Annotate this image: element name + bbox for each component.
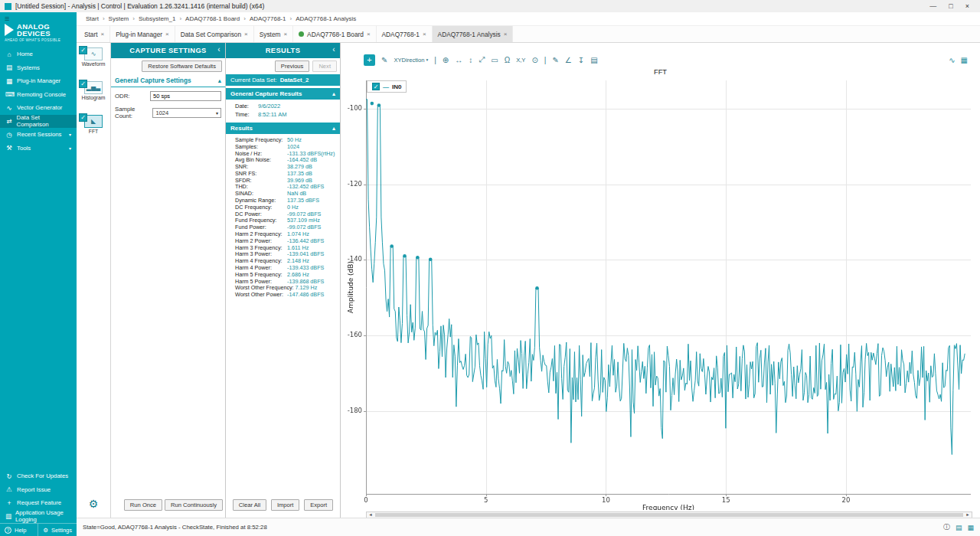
- run-once-button[interactable]: Run Once: [124, 499, 162, 511]
- tab[interactable]: Plug-in Manager ×: [110, 26, 175, 42]
- run-continuously-button[interactable]: Run Continuously: [165, 499, 223, 511]
- sidebar-item[interactable]: + Request Feature: [0, 496, 77, 510]
- sidebar-item[interactable]: ⚠ Report Issue: [0, 483, 77, 497]
- measure-icon: ∠: [565, 56, 572, 64]
- result-row: THD: -132.452 dBFS: [226, 184, 340, 191]
- tab[interactable]: Start ×: [79, 26, 110, 42]
- series-checkbox[interactable]: ✓: [372, 83, 380, 90]
- toolbar-item[interactable]: ⊕ ▾: [443, 56, 449, 64]
- adi-tagline: AHEAD OF WHAT'S POSSIBLE: [0, 38, 77, 47]
- breadcrumb-separator: ›: [241, 15, 248, 22]
- tab-close-icon[interactable]: ×: [165, 31, 169, 38]
- app-window: [Untitled Session] - Analysis | Control …: [0, 0, 980, 536]
- collapse-panel-icon[interactable]: ‹: [332, 45, 335, 54]
- help-button[interactable]: ? Help: [0, 524, 38, 536]
- restore-defaults-button[interactable]: Restore Software Defaults: [142, 60, 222, 72]
- settings-button[interactable]: ⚙ Settings: [38, 524, 77, 536]
- view-item[interactable]: ✓ ∿ Waveform: [77, 45, 110, 79]
- fft-plot[interactable]: [341, 74, 980, 510]
- breadcrumb-item[interactable]: Subsystem_1: [137, 15, 177, 22]
- collapse-section-icon[interactable]: ▴: [332, 90, 335, 97]
- toolbar-item[interactable]: ⤢ ▾: [479, 55, 485, 64]
- tab[interactable]: System ×: [254, 26, 293, 42]
- toolbar-item[interactable]: ∿: [949, 56, 955, 64]
- sidebar-item[interactable]: ↻ Check For Updates: [0, 469, 77, 483]
- scrollbar-thumb[interactable]: [375, 513, 963, 517]
- toolbar-item[interactable]: ▦: [961, 56, 968, 64]
- breadcrumb-item[interactable]: System: [107, 15, 131, 22]
- toolbar-item[interactable]: Ω ▾: [505, 56, 510, 64]
- sidebar-item[interactable]: ⇄ Data Set Comparison ▾: [0, 115, 77, 129]
- clear-all-button[interactable]: Clear All: [233, 499, 266, 511]
- sidebar-item[interactable]: ▦ Plug-in Manager ▾: [0, 74, 77, 88]
- breadcrumb-item[interactable]: ADAQ7768-1: [248, 15, 288, 22]
- result-row: DC Frequency: 0 Hz: [226, 204, 340, 211]
- sidebar-item[interactable]: ⌨ Remoting Console ▾: [0, 88, 77, 102]
- view-checkbox[interactable]: ✓: [79, 113, 87, 122]
- result-row: Harm 5 Power: -139.868 dBFS: [226, 278, 340, 285]
- info-icon[interactable]: ⓘ: [943, 522, 950, 532]
- window-mode-icon[interactable]: ▦: [967, 524, 974, 531]
- tab[interactable]: ADAQ7768-1 Analysis ×: [433, 26, 514, 42]
- toolbar-item[interactable]: ▤ ▾: [590, 56, 597, 64]
- sidebar-item[interactable]: ▤ Systems ▾: [0, 61, 77, 75]
- toolbar-item[interactable]: XYDirection ▾: [394, 57, 428, 64]
- tab-close-icon[interactable]: ×: [101, 31, 105, 38]
- layout-icon[interactable]: ▤: [956, 524, 962, 531]
- toolbar-item[interactable]: ↕ ▾: [469, 56, 472, 64]
- tab-close-icon[interactable]: ×: [367, 31, 371, 38]
- scroll-left-icon[interactable]: ◄: [367, 512, 374, 518]
- collapse-section-icon[interactable]: ▴: [218, 77, 221, 84]
- close-button[interactable]: ×: [965, 2, 969, 10]
- sidebar-item[interactable]: ⚒ Tools ▾: [0, 142, 77, 155]
- view-checkbox[interactable]: ✓: [79, 80, 87, 88]
- sidebar-item[interactable]: ⌂ Home ▾: [0, 47, 77, 61]
- tab[interactable]: Data Set Comparison ×: [175, 26, 254, 42]
- tab[interactable]: ADAQ7768-1 Board ×: [293, 26, 376, 42]
- odr-input[interactable]: [150, 91, 221, 101]
- tab-close-icon[interactable]: ×: [423, 31, 426, 38]
- current-data-set-band: Current Data Set: DataSet_2: [226, 74, 340, 86]
- toolbar-item[interactable]: ✎ ▾: [552, 56, 558, 64]
- maximize-button[interactable]: □: [949, 2, 952, 10]
- toolbar-item[interactable]: ↧ ▾: [578, 56, 584, 64]
- sample-count-dropdown[interactable]: 1024 ▾: [152, 108, 221, 118]
- toolbar-item[interactable]: ∠ ▾: [565, 56, 572, 64]
- export-button[interactable]: Export: [304, 499, 333, 511]
- toolbar-item[interactable]: ▭ ▾: [491, 56, 498, 64]
- toolbar-item[interactable]: | ▾: [434, 56, 436, 64]
- save-icon: ▤: [590, 56, 597, 64]
- collapse-section-icon[interactable]: ▴: [332, 125, 335, 132]
- sidebar-item[interactable]: ◷ Recent Sessions ▾: [0, 128, 77, 142]
- toolbar-item[interactable]: ↔ ▾: [455, 56, 462, 64]
- next-button[interactable]: Next: [312, 60, 337, 72]
- toolbar-item[interactable]: X,Y ▾: [516, 57, 525, 64]
- scroll-right-icon[interactable]: ►: [964, 512, 972, 518]
- toolbar-item[interactable]: ✎ ▾: [381, 56, 387, 64]
- toolbar-item[interactable]: ⊙ ▾: [531, 56, 537, 64]
- tab-close-icon[interactable]: ×: [504, 31, 508, 38]
- sidebar-item[interactable]: ∿ Vector Generator ▾: [0, 101, 77, 115]
- toolbar-item[interactable]: + ▾: [364, 54, 375, 66]
- previous-button[interactable]: Previous: [275, 60, 310, 72]
- breadcrumb-item[interactable]: ADAQ7768-1 Board: [184, 15, 241, 22]
- analysis-settings-gear-icon[interactable]: ⚙: [77, 498, 110, 510]
- collapse-panel-icon[interactable]: ‹: [217, 45, 220, 54]
- view-item[interactable]: ✓ ◣ FFT: [77, 113, 110, 146]
- minimize-button[interactable]: —: [929, 2, 936, 10]
- breadcrumb-separator: ›: [100, 15, 107, 22]
- tab-close-icon[interactable]: ×: [283, 31, 287, 38]
- adi-triangle-icon: [5, 24, 14, 36]
- updates-icon: ↻: [5, 472, 13, 480]
- tab-close-icon[interactable]: ×: [244, 31, 248, 38]
- toolbar-item[interactable]: | ▾: [544, 56, 547, 64]
- view-checkbox[interactable]: ✓: [79, 46, 87, 54]
- import-button[interactable]: Import: [271, 499, 300, 511]
- separator-icon: |: [434, 56, 436, 64]
- hamburger-menu-icon[interactable]: ≡: [0, 12, 77, 22]
- breadcrumb-item[interactable]: Start: [84, 15, 100, 22]
- view-item[interactable]: ✓ ▂▅▃ Histogram: [77, 79, 110, 113]
- breadcrumb-item[interactable]: ADAQ7768-1 Analysis: [294, 15, 358, 22]
- sidebar-item[interactable]: ▥ Application Usage Logging: [0, 510, 77, 524]
- tab[interactable]: ADAQ7768-1 ×: [377, 26, 433, 42]
